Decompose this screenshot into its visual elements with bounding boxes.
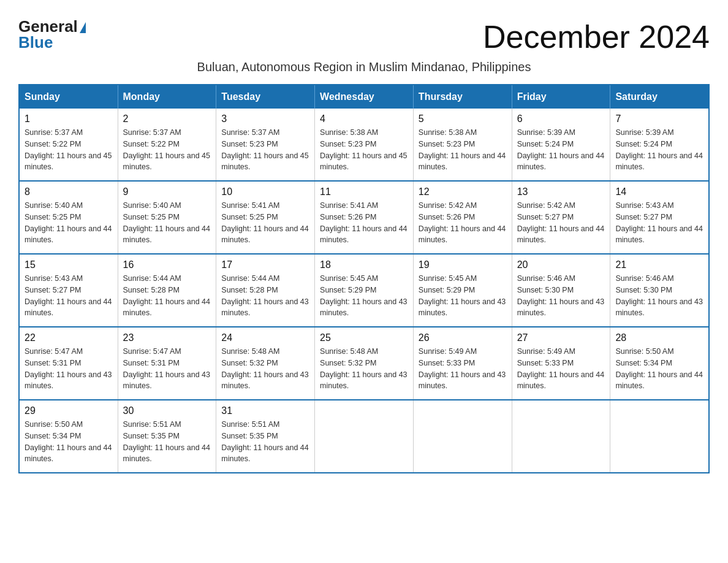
- calendar-cell: 1 Sunrise: 5:37 AM Sunset: 5:22 PM Dayli…: [19, 109, 118, 181]
- calendar-cell: 10 Sunrise: 5:41 AM Sunset: 5:25 PM Dayl…: [216, 181, 315, 254]
- day-header-monday: Monday: [118, 85, 216, 109]
- calendar-week-row: 15 Sunrise: 5:43 AM Sunset: 5:27 PM Dayl…: [19, 254, 709, 327]
- calendar-cell: 24 Sunrise: 5:48 AM Sunset: 5:32 PM Dayl…: [216, 327, 315, 400]
- logo-triangle-icon: [80, 22, 86, 33]
- day-number: 7: [615, 113, 703, 124]
- day-number: 21: [615, 259, 703, 270]
- day-number: 31: [221, 405, 309, 416]
- day-number: 10: [221, 186, 309, 197]
- day-header-thursday: Thursday: [413, 85, 512, 109]
- day-number: 17: [221, 259, 309, 270]
- day-info: Sunrise: 5:40 AM Sunset: 5:25 PM Dayligh…: [123, 200, 211, 246]
- calendar-cell: 9 Sunrise: 5:40 AM Sunset: 5:25 PM Dayli…: [118, 181, 216, 254]
- header: General Blue December 2024: [18, 18, 710, 55]
- day-info: Sunrise: 5:48 AM Sunset: 5:32 PM Dayligh…: [320, 346, 408, 392]
- day-number: 30: [123, 405, 211, 416]
- day-info: Sunrise: 5:37 AM Sunset: 5:22 PM Dayligh…: [123, 127, 211, 173]
- day-header-tuesday: Tuesday: [216, 85, 315, 109]
- calendar-cell: 4 Sunrise: 5:38 AM Sunset: 5:23 PM Dayli…: [315, 109, 414, 181]
- day-info: Sunrise: 5:39 AM Sunset: 5:24 PM Dayligh…: [517, 127, 605, 173]
- day-number: 5: [419, 113, 507, 124]
- day-info: Sunrise: 5:51 AM Sunset: 5:35 PM Dayligh…: [221, 419, 309, 465]
- day-number: 9: [123, 186, 211, 197]
- day-number: 13: [517, 186, 605, 197]
- logo-general-text: General: [18, 18, 86, 34]
- calendar-week-row: 8 Sunrise: 5:40 AM Sunset: 5:25 PM Dayli…: [19, 181, 709, 254]
- calendar-week-row: 22 Sunrise: 5:47 AM Sunset: 5:31 PM Dayl…: [19, 327, 709, 400]
- day-number: 28: [615, 332, 703, 343]
- day-number: 18: [320, 259, 408, 270]
- day-info: Sunrise: 5:38 AM Sunset: 5:23 PM Dayligh…: [320, 127, 408, 173]
- day-info: Sunrise: 5:41 AM Sunset: 5:26 PM Dayligh…: [320, 200, 408, 246]
- calendar-cell: 22 Sunrise: 5:47 AM Sunset: 5:31 PM Dayl…: [19, 327, 118, 400]
- day-header-saturday: Saturday: [610, 85, 709, 109]
- day-info: Sunrise: 5:50 AM Sunset: 5:34 PM Dayligh…: [25, 419, 113, 465]
- day-number: 16: [123, 259, 211, 270]
- day-info: Sunrise: 5:43 AM Sunset: 5:27 PM Dayligh…: [615, 200, 703, 246]
- calendar-cell: 26 Sunrise: 5:49 AM Sunset: 5:33 PM Dayl…: [413, 327, 512, 400]
- subtitle: Buluan, Autonomous Region in Muslim Mind…: [18, 60, 710, 74]
- calendar-cell: 2 Sunrise: 5:37 AM Sunset: 5:22 PM Dayli…: [118, 109, 216, 181]
- day-info: Sunrise: 5:49 AM Sunset: 5:33 PM Dayligh…: [517, 346, 605, 392]
- calendar-cell: 27 Sunrise: 5:49 AM Sunset: 5:33 PM Dayl…: [512, 327, 610, 400]
- calendar-week-row: 1 Sunrise: 5:37 AM Sunset: 5:22 PM Dayli…: [19, 109, 709, 181]
- calendar-cell: 13 Sunrise: 5:42 AM Sunset: 5:27 PM Dayl…: [512, 181, 610, 254]
- day-info: Sunrise: 5:38 AM Sunset: 5:23 PM Dayligh…: [419, 127, 507, 173]
- calendar-cell: [315, 400, 414, 473]
- day-info: Sunrise: 5:41 AM Sunset: 5:25 PM Dayligh…: [221, 200, 309, 246]
- calendar-cell: 8 Sunrise: 5:40 AM Sunset: 5:25 PM Dayli…: [19, 181, 118, 254]
- calendar-week-row: 29 Sunrise: 5:50 AM Sunset: 5:34 PM Dayl…: [19, 400, 709, 473]
- calendar-cell: 29 Sunrise: 5:50 AM Sunset: 5:34 PM Dayl…: [19, 400, 118, 473]
- day-info: Sunrise: 5:42 AM Sunset: 5:26 PM Dayligh…: [419, 200, 507, 246]
- calendar-cell: 7 Sunrise: 5:39 AM Sunset: 5:24 PM Dayli…: [610, 109, 709, 181]
- day-info: Sunrise: 5:44 AM Sunset: 5:28 PM Dayligh…: [221, 273, 309, 319]
- day-number: 2: [123, 113, 211, 124]
- day-number: 6: [517, 113, 605, 124]
- calendar-cell: 3 Sunrise: 5:37 AM Sunset: 5:23 PM Dayli…: [216, 109, 315, 181]
- day-number: 11: [320, 186, 408, 197]
- calendar-cell: 28 Sunrise: 5:50 AM Sunset: 5:34 PM Dayl…: [610, 327, 709, 400]
- day-number: 3: [221, 113, 309, 124]
- calendar-cell: 30 Sunrise: 5:51 AM Sunset: 5:35 PM Dayl…: [118, 400, 216, 473]
- day-info: Sunrise: 5:46 AM Sunset: 5:30 PM Dayligh…: [615, 273, 703, 319]
- day-info: Sunrise: 5:37 AM Sunset: 5:23 PM Dayligh…: [221, 127, 309, 173]
- day-number: 14: [615, 186, 703, 197]
- day-number: 12: [419, 186, 507, 197]
- day-info: Sunrise: 5:49 AM Sunset: 5:33 PM Dayligh…: [419, 346, 507, 392]
- calendar-cell: 14 Sunrise: 5:43 AM Sunset: 5:27 PM Dayl…: [610, 181, 709, 254]
- day-info: Sunrise: 5:39 AM Sunset: 5:24 PM Dayligh…: [615, 127, 703, 173]
- calendar-header-row: SundayMondayTuesdayWednesdayThursdayFrid…: [19, 85, 709, 109]
- day-header-sunday: Sunday: [19, 85, 118, 109]
- day-info: Sunrise: 5:40 AM Sunset: 5:25 PM Dayligh…: [25, 200, 113, 246]
- calendar-cell: 23 Sunrise: 5:47 AM Sunset: 5:31 PM Dayl…: [118, 327, 216, 400]
- day-number: 8: [25, 186, 113, 197]
- day-info: Sunrise: 5:47 AM Sunset: 5:31 PM Dayligh…: [123, 346, 211, 392]
- calendar-cell: 19 Sunrise: 5:45 AM Sunset: 5:29 PM Dayl…: [413, 254, 512, 327]
- day-info: Sunrise: 5:51 AM Sunset: 5:35 PM Dayligh…: [123, 419, 211, 465]
- calendar-cell: [413, 400, 512, 473]
- day-info: Sunrise: 5:42 AM Sunset: 5:27 PM Dayligh…: [517, 200, 605, 246]
- logo-blue-text: Blue: [18, 34, 53, 50]
- day-info: Sunrise: 5:48 AM Sunset: 5:32 PM Dayligh…: [221, 346, 309, 392]
- day-number: 20: [517, 259, 605, 270]
- calendar-cell: 15 Sunrise: 5:43 AM Sunset: 5:27 PM Dayl…: [19, 254, 118, 327]
- day-number: 27: [517, 332, 605, 343]
- calendar-cell: 18 Sunrise: 5:45 AM Sunset: 5:29 PM Dayl…: [315, 254, 414, 327]
- day-number: 26: [419, 332, 507, 343]
- day-info: Sunrise: 5:37 AM Sunset: 5:22 PM Dayligh…: [25, 127, 113, 173]
- day-info: Sunrise: 5:46 AM Sunset: 5:30 PM Dayligh…: [517, 273, 605, 319]
- calendar-cell: 31 Sunrise: 5:51 AM Sunset: 5:35 PM Dayl…: [216, 400, 315, 473]
- day-number: 24: [221, 332, 309, 343]
- logo: General Blue: [18, 18, 86, 50]
- calendar-cell: 5 Sunrise: 5:38 AM Sunset: 5:23 PM Dayli…: [413, 109, 512, 181]
- day-number: 22: [25, 332, 113, 343]
- day-number: 19: [419, 259, 507, 270]
- calendar-cell: 25 Sunrise: 5:48 AM Sunset: 5:32 PM Dayl…: [315, 327, 414, 400]
- day-number: 4: [320, 113, 408, 124]
- calendar-cell: 12 Sunrise: 5:42 AM Sunset: 5:26 PM Dayl…: [413, 181, 512, 254]
- calendar-cell: [512, 400, 610, 473]
- calendar-cell: 17 Sunrise: 5:44 AM Sunset: 5:28 PM Dayl…: [216, 254, 315, 327]
- calendar-cell: 16 Sunrise: 5:44 AM Sunset: 5:28 PM Dayl…: [118, 254, 216, 327]
- day-number: 29: [25, 405, 113, 416]
- day-info: Sunrise: 5:47 AM Sunset: 5:31 PM Dayligh…: [25, 346, 113, 392]
